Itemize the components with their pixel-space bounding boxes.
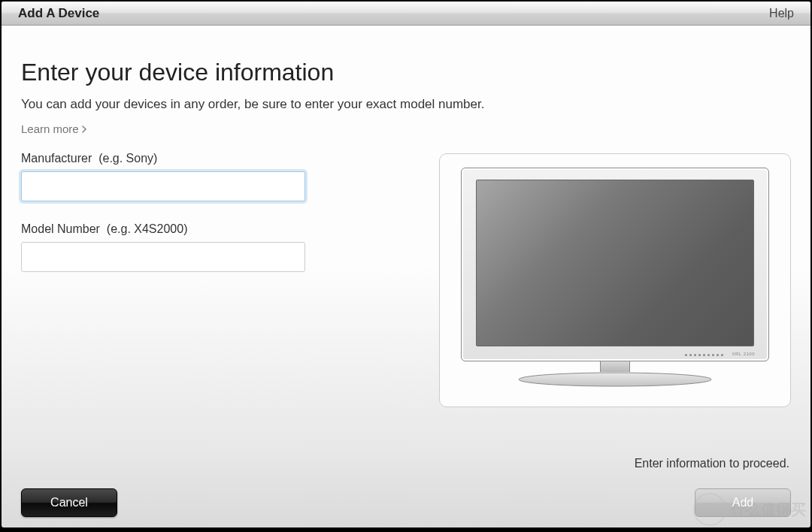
titlebar: Add A Device Help: [2, 2, 810, 26]
page-subtext: You can add your devices in any order, b…: [21, 97, 791, 112]
cancel-button[interactable]: Cancel: [21, 488, 117, 517]
help-link[interactable]: Help: [769, 7, 794, 20]
learn-more-label: Learn more: [21, 122, 79, 135]
model-hint: (e.g. X4S2000): [107, 222, 188, 235]
footer-bar: Cancel Add: [2, 488, 810, 517]
model-group: Model Number (e.g. X4S2000): [21, 222, 307, 272]
manufacturer-label-text: Manufacturer: [21, 152, 92, 165]
tv-screen: [476, 180, 754, 346]
content-area: Enter your device information You can ad…: [2, 26, 810, 527]
page-heading: Enter your device information: [21, 59, 791, 86]
manufacturer-group: Manufacturer (e.g. Sony): [21, 152, 307, 201]
svg-point-0: [519, 373, 711, 386]
model-label-text: Model Number: [21, 222, 100, 235]
tv-icon: XRL 2100: [461, 168, 769, 393]
learn-more-link[interactable]: Learn more: [21, 122, 87, 135]
tv-leds: [685, 354, 723, 356]
manufacturer-label: Manufacturer (e.g. Sony): [21, 152, 307, 165]
model-input[interactable]: [21, 242, 305, 272]
chevron-right-icon: [82, 123, 87, 135]
fields-column: Manufacturer (e.g. Sony) Model Number (e…: [21, 152, 307, 293]
proceed-hint: Enter information to proceed.: [635, 457, 789, 470]
model-label: Model Number (e.g. X4S2000): [21, 222, 307, 236]
tv-model-label: XRL 2100: [732, 352, 755, 356]
add-button[interactable]: Add: [695, 488, 791, 517]
dialog-window: Add A Device Help Enter your device info…: [2, 2, 810, 527]
device-preview-panel: XRL 2100: [439, 153, 791, 407]
manufacturer-input[interactable]: [21, 171, 305, 201]
tv-base: [517, 370, 713, 387]
manufacturer-hint: (e.g. Sony): [98, 152, 157, 165]
window-title: Add A Device: [18, 6, 769, 21]
